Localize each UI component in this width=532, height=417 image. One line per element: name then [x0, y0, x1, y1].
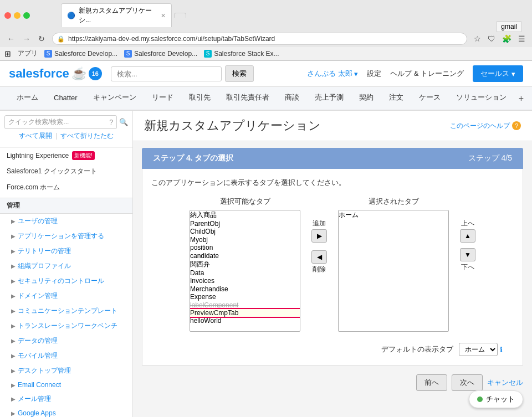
sidebar-item-translation[interactable]: ▶ トランスレーションワークベンチ: [0, 318, 132, 333]
nav-order[interactable]: 注文: [381, 87, 411, 110]
tab-option-10[interactable]: Expense: [190, 293, 300, 301]
sidebar-item-comms[interactable]: ▶ コミュニケーションテンプレート: [0, 303, 132, 318]
tab-option-9[interactable]: Merchandise: [190, 285, 300, 293]
remove-button[interactable]: ◀: [311, 250, 327, 264]
settings-link[interactable]: 設定: [367, 69, 381, 79]
tab-option-6[interactable]: 関西弁: [190, 260, 300, 269]
back-button[interactable]: ←: [4, 33, 18, 44]
cancel-button[interactable]: キャンセル: [487, 374, 523, 391]
selected-tabs-section: 選択されたタブ ホーム: [338, 197, 449, 332]
maximize-button[interactable]: [23, 12, 30, 19]
tab-option-11[interactable]: labelComponent: [190, 301, 300, 309]
tab-option-8[interactable]: Invoices: [190, 277, 300, 285]
add-button[interactable]: ▶: [311, 229, 327, 243]
step-title: ステップ 4. タブの選択: [153, 153, 233, 163]
nav-campaign[interactable]: キャンペーン: [85, 87, 144, 110]
inactive-tab[interactable]: [174, 13, 186, 18]
tab-option-2[interactable]: ChildObj: [190, 228, 300, 235]
nav-opportunity[interactable]: 商談: [277, 87, 307, 110]
help-icon: ?: [512, 121, 521, 130]
up-button[interactable]: ▲: [460, 229, 475, 243]
user-menu[interactable]: さんぷる 太郎 ▾: [307, 69, 358, 79]
selected-tab-0[interactable]: ホーム: [339, 210, 448, 220]
close-button[interactable]: [4, 12, 11, 19]
tab-option-4[interactable]: position: [190, 244, 300, 251]
sidebar-item-security[interactable]: ▶ セキュリティのコントロール: [0, 274, 132, 289]
sales-button[interactable]: セールス ▾: [473, 65, 523, 82]
nav-lead[interactable]: リード: [144, 87, 181, 110]
sidebar-item-data[interactable]: ▶ データの管理: [0, 333, 132, 348]
expand-all-link[interactable]: すべて展開: [19, 132, 52, 140]
nav-home[interactable]: ホーム: [9, 87, 46, 110]
bookmark-label-2: Salesforce Develop...: [134, 50, 197, 58]
help-link[interactable]: このページのヘルプ ?: [450, 121, 521, 131]
tab-option-3[interactable]: Myobj: [190, 236, 300, 244]
sidebar-item-org[interactable]: ▶ 組織プロファイル: [0, 259, 132, 274]
nav-contact[interactable]: 取引先責任者: [218, 87, 277, 110]
tab-option-0[interactable]: 納入商品: [190, 210, 300, 220]
tab-close-icon[interactable]: ✕: [161, 12, 166, 19]
sidebar-item-territory[interactable]: ▶ テリトリーの管理: [0, 244, 132, 259]
down-button[interactable]: ▼: [460, 248, 475, 261]
apps-icon[interactable]: ⊞: [4, 49, 11, 58]
arrow-icon-apps: ▶: [11, 233, 16, 239]
selected-tabs-listbox[interactable]: ホーム: [338, 210, 449, 332]
sidebar-search-section: クイック検索/検索... ? 🔍 すべて展開 | すべて折りたたむ: [0, 111, 132, 148]
content-area: 新規カスタムアプリケーション このページのヘルプ ? ステップ 4. タブの選択…: [133, 111, 532, 417]
nav-contract[interactable]: 契約: [351, 87, 381, 110]
sidebar-item-desktop[interactable]: ▶ デスクトップ管理: [0, 363, 132, 378]
tab-option-5[interactable]: candidate: [190, 252, 300, 260]
sidebar-item-label-org: 組織プロファイル: [18, 261, 71, 271]
info-icon[interactable]: ℹ: [500, 346, 503, 354]
tab-option-1[interactable]: ParentObj: [190, 220, 300, 228]
nav-account[interactable]: 取引先: [181, 87, 218, 110]
sidebar-item-users[interactable]: ▶ ユーザの管理: [0, 214, 132, 229]
minimize-button[interactable]: [14, 12, 21, 19]
tab-option-7[interactable]: Data: [190, 269, 300, 277]
search-input[interactable]: [111, 66, 222, 81]
refresh-button[interactable]: ↻: [35, 33, 48, 44]
tab-option-13[interactable]: helloWorld: [190, 317, 300, 325]
help-link[interactable]: ヘルプ & トレーニング: [390, 69, 464, 79]
sidebar-item-google[interactable]: ▶ Google Apps: [0, 406, 132, 417]
tab-option-12[interactable]: PreviewCmpTab: [190, 309, 300, 317]
address-input[interactable]: 🔒 https://zakiyama-dev-ed.my.salesforce.…: [52, 33, 467, 45]
bookmark-sf-3[interactable]: S Salesforce Stack Ex...: [204, 50, 279, 58]
extension-icon[interactable]: 🧩: [500, 33, 514, 44]
search-row: クイック検索/検索... ? 🔍: [4, 115, 128, 129]
sf1-quickstart-link[interactable]: Salesforce1 クイックスタート: [0, 163, 132, 179]
bookmark-icon[interactable]: ☆: [472, 33, 483, 44]
nav-solution[interactable]: ソリューション: [448, 87, 514, 110]
nav-plus-icon[interactable]: +: [514, 88, 528, 109]
bookmark-sf-1[interactable]: S Salesforce Develop...: [44, 50, 117, 58]
chat-button[interactable]: チャット: [469, 390, 523, 408]
gmail-button[interactable]: gmail: [496, 21, 522, 32]
nav-forecast[interactable]: 売上予測: [307, 87, 351, 110]
forcecom-home-link[interactable]: Force.com ホーム: [0, 179, 132, 195]
available-tabs-listbox[interactable]: 納入商品 ParentObj ChildObj Myobj position c…: [190, 210, 300, 332]
arrow-icon-users: ▶: [11, 218, 16, 224]
sidebar-item-apps[interactable]: ▶ アプリケーションを管理する: [0, 229, 132, 244]
sidebar-item-mail[interactable]: ▶ メール管理: [0, 392, 132, 406]
bookmark-sf-2[interactable]: S Salesforce Develop...: [124, 50, 197, 58]
collapse-all-link[interactable]: すべて折りたたむ: [60, 132, 114, 140]
remove-label: 削除: [313, 265, 326, 274]
nav-case[interactable]: ケース: [411, 87, 448, 110]
nav-more-icon[interactable]: ▾: [528, 89, 532, 108]
nav-chatter[interactable]: Chatter: [46, 88, 85, 109]
next-button[interactable]: 次へ: [452, 374, 483, 391]
menu-icon[interactable]: ☰: [516, 33, 528, 44]
search-icon[interactable]: 🔍: [119, 118, 128, 126]
prev-button[interactable]: 前へ: [416, 374, 447, 391]
arrow-icon-security: ▶: [11, 278, 16, 284]
sidebar-item-mobile[interactable]: ▶ モバイル管理: [0, 348, 132, 363]
forward-button[interactable]: →: [20, 33, 33, 44]
search-button[interactable]: 検索: [225, 65, 254, 82]
active-tab[interactable]: 🔵 新規カスタムアプリケーシ... ✕: [61, 3, 172, 27]
nav-buttons: ← → ↻: [4, 33, 48, 44]
sidebar-item-email-connect[interactable]: ▶ Email Connect: [0, 378, 132, 392]
mug-icon: ☕: [71, 66, 86, 81]
sidebar-item-domain[interactable]: ▶ ドメイン管理: [0, 289, 132, 303]
default-tab-select[interactable]: ホーム: [459, 343, 498, 356]
shield-icon[interactable]: 🛡: [485, 33, 498, 44]
